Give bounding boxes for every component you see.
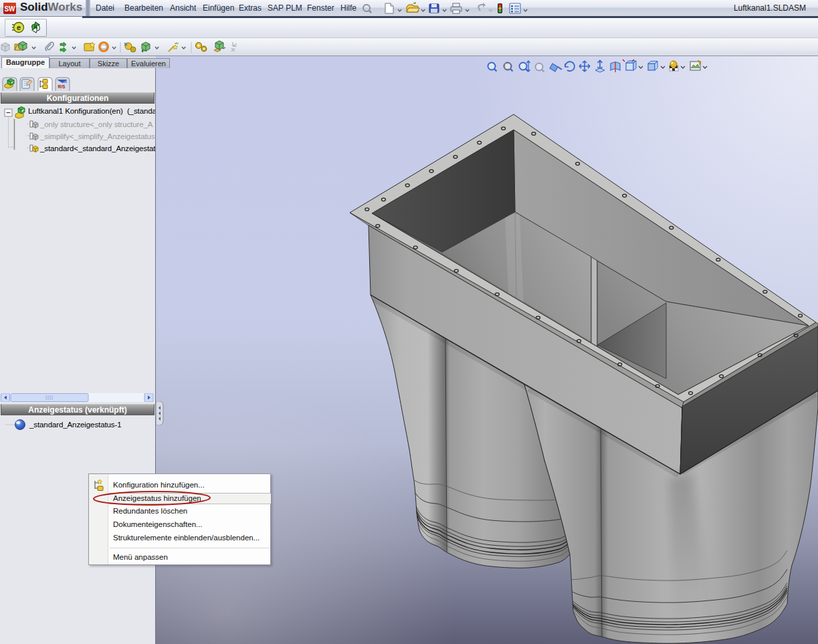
- svg-text:e: e: [17, 23, 21, 31]
- svg-text:R/S: R/S: [58, 84, 66, 89]
- svg-text:SW: SW: [4, 5, 15, 13]
